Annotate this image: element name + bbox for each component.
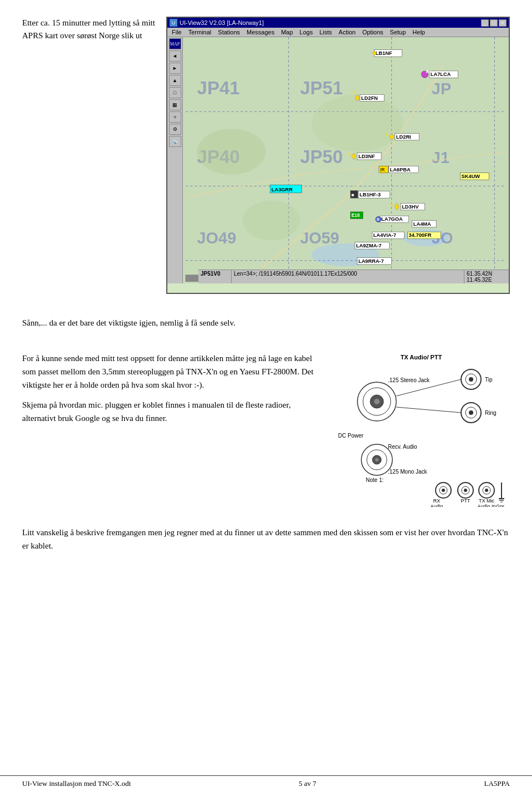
svg-point-100: [442, 489, 445, 492]
svg-text:■: ■: [351, 192, 354, 197]
svg-point-18: [197, 129, 266, 175]
svg-line-97: [396, 407, 461, 413]
middle-section: Sånn,... da er det bare det viktigste ig…: [0, 305, 532, 346]
svg-text:LA9ZMA-7: LA9ZMA-7: [356, 243, 382, 248]
toolbar-list-btn[interactable]: ≡: [169, 111, 181, 123]
wiring-diagram-svg: TX Audio/ PTT .125 Stereo Jack Recv. Aud…: [332, 352, 504, 507]
status-coords: Len=34>; /191145h5901.64N/01011.17Ex125/…: [232, 270, 464, 283]
menu-file[interactable]: File: [168, 28, 185, 36]
svg-text:Audio: Audio: [430, 504, 443, 507]
left-text-block: Etter ca. 15 minutter med lytting så mit…: [22, 17, 155, 294]
paragraph-sann: Sånn,... da er det bare det viktigste ig…: [22, 316, 510, 329]
svg-text:LA6PBA: LA6PBA: [390, 167, 411, 172]
toolbar-antenna-btn[interactable]: 📡: [169, 136, 181, 147]
window-controls[interactable]: _ □ ×: [481, 19, 507, 27]
svg-text:Note 1:: Note 1:: [366, 477, 383, 483]
svg-text:JO49: JO49: [197, 229, 237, 247]
svg-text:LD3NF: LD3NF: [359, 154, 375, 159]
page-container: Etter ca. 15 minutter med lytting så mit…: [0, 0, 532, 797]
toolbar-fwd-btn[interactable]: ►: [169, 63, 181, 74]
svg-text:Audio In: Audio In: [477, 504, 495, 507]
titlebar-left: U UI-View32 V2.03 [LA-Norway1]: [170, 19, 264, 27]
svg-text:LA4VIA-7: LA4VIA-7: [374, 232, 396, 238]
map-area: MAP ◄ ► ▲ □ ▦ ≡ ⚙ 📡: [167, 37, 509, 283]
ui-view-window: U UI-View32 V2.03 [LA-Norway1] _ □ × Fil…: [166, 17, 510, 294]
svg-text:B: B: [377, 217, 380, 222]
svg-text:LA7GOA: LA7GOA: [381, 216, 403, 222]
toolbar-settings-btn[interactable]: ⚙: [169, 124, 181, 135]
footer-page: 5 av 7: [299, 779, 316, 788]
status-coords-label: Len=34>;: [234, 271, 257, 277]
svg-text:LD3HV: LD3HV: [402, 204, 419, 210]
paragraph-skjema: Skjema på hvordan mic. pluggen er koblet…: [22, 398, 316, 425]
svg-text:S: S: [391, 202, 394, 207]
svg-point-94: [469, 410, 473, 415]
svg-text:.125 Mono Jack: .125 Mono Jack: [388, 469, 428, 475]
svg-text:JP: JP: [432, 80, 451, 98]
window-icon: U: [170, 19, 177, 27]
map-content: JP41 JP51 JP JP40 JP50 J1 JO49 JO59 JO: [183, 37, 509, 283]
window-title-text: UI-View32 V2.03 [LA-Norway1]: [180, 19, 264, 26]
svg-text:TX Mic: TX Mic: [479, 498, 494, 504]
svg-text:JP50: JP50: [300, 146, 342, 167]
menu-help[interactable]: Help: [409, 28, 428, 36]
svg-text:JP51: JP51: [300, 78, 342, 98]
svg-text:Ring: Ring: [485, 410, 497, 416]
page-footer: UI-View installasjon med TNC-X.odt 5 av …: [0, 775, 532, 791]
svg-text:Recv. Audio: Recv. Audio: [388, 444, 417, 450]
svg-text:IR: IR: [380, 167, 385, 172]
svg-text:SK4UW: SK4UW: [462, 174, 480, 179]
svg-text:PTT: PTT: [461, 498, 471, 504]
window-titlebar: U UI-View32 V2.03 [LA-Norway1] _ □ ×: [167, 18, 509, 28]
map-toolbar: MAP ◄ ► ▲ □ ▦ ≡ ⚙ 📡: [167, 37, 183, 283]
footer-callsign: LA5PPA: [484, 779, 510, 788]
map-svg: JP41 JP51 JP JP40 JP50 J1 JO49 JO59 JO: [183, 37, 509, 283]
menu-lists[interactable]: Lists: [316, 28, 335, 36]
footer-filename: UI-View installasjon med TNC-X.odt: [22, 779, 131, 788]
content-left: For å kunne sende med mitt test oppsett …: [22, 352, 316, 509]
status-lat: 61.35.42N: [467, 271, 507, 277]
toolbar-page-btn[interactable]: □: [169, 87, 181, 98]
svg-text:S: S: [347, 152, 351, 157]
close-button[interactable]: ×: [499, 19, 507, 27]
toolbar-monitor-btn[interactable]: ▦: [169, 99, 181, 110]
menu-map[interactable]: Map: [278, 28, 296, 36]
content-diagram-section: For å kunne sende med mitt test oppsett …: [0, 346, 532, 520]
svg-text:LA3GRR: LA3GRR: [272, 187, 293, 192]
minimize-button[interactable]: _: [481, 19, 489, 27]
menu-setup[interactable]: Setup: [387, 28, 410, 36]
svg-text:TX Audio/ PTT: TX Audio/ PTT: [401, 354, 442, 361]
paragraph-bottom: Litt vanskelig å beskrive fremgangen men…: [22, 526, 510, 552]
svg-text:LD2FN: LD2FN: [361, 95, 378, 101]
menu-terminal[interactable]: Terminal: [185, 28, 215, 36]
status-callsign: JP51V0: [198, 270, 232, 283]
svg-point-109: [485, 489, 488, 492]
svg-text:LD2RI: LD2RI: [396, 134, 411, 140]
map-statusbar: JP51V0 Len=34>; /191145h5901.64N/01011.1…: [198, 270, 509, 283]
svg-text:LA9RRA-7: LA9RRA-7: [359, 258, 384, 264]
svg-text:LA4MA: LA4MA: [413, 221, 431, 227]
bottom-section: Litt vanskelig å beskrive fremgangen men…: [0, 520, 532, 569]
status-lon: 11.45.32E: [467, 277, 507, 283]
svg-text:JP41: JP41: [197, 78, 240, 98]
toolbar-up-btn[interactable]: ▲: [169, 75, 181, 86]
intro-paragraph: Etter ca. 15 minutter med lytting så mit…: [22, 17, 155, 42]
svg-text:LA7LCA: LA7LCA: [431, 72, 451, 77]
svg-text:Gnd.: Gnd.: [496, 504, 504, 507]
svg-text:S: S: [352, 90, 356, 95]
menu-logs[interactable]: Logs: [296, 28, 316, 36]
top-section: Etter ca. 15 minutter med lytting så mit…: [0, 0, 532, 305]
menu-messages[interactable]: Messages: [243, 28, 278, 36]
status-position: 61.35.42N 11.45.32E: [464, 270, 509, 283]
svg-point-20: [311, 94, 403, 151]
svg-point-78: [374, 399, 380, 404]
toolbar-back-btn[interactable]: ◄: [169, 50, 181, 62]
diagram-area: TX Audio/ PTT .125 Stereo Jack Recv. Aud…: [332, 352, 510, 509]
menu-action[interactable]: Action: [335, 28, 359, 36]
maximize-button[interactable]: □: [490, 19, 498, 27]
svg-point-82: [375, 458, 378, 461]
toolbar-map-btn[interactable]: MAP: [169, 38, 181, 49]
menu-stations[interactable]: Stations: [214, 28, 243, 36]
paragraph-kabel: For å kunne sende med mitt test oppsett …: [22, 352, 316, 392]
menu-options[interactable]: Options: [359, 28, 387, 36]
